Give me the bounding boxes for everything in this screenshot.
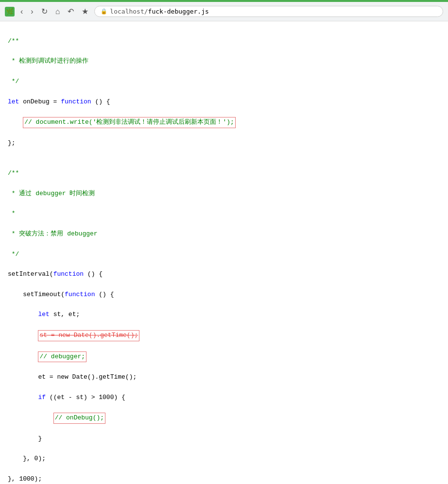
reload-button[interactable]: ↻ bbox=[39, 6, 50, 17]
forward-button[interactable]: › bbox=[29, 6, 35, 17]
lock-icon: 🔒 bbox=[101, 8, 107, 15]
favicon: 🌿 bbox=[5, 7, 15, 17]
history-button[interactable]: ↶ bbox=[66, 6, 76, 17]
bookmark-button[interactable]: ★ bbox=[80, 6, 90, 17]
code-area: /** * 检测到调试时进行的操作 */ let onDebug = funct… bbox=[0, 21, 448, 484]
browser-chrome: 🌿 ‹ › ↻ ⌂ ↶ ★ 🔒 localhost/fuck-debugger.… bbox=[0, 2, 448, 21]
back-button[interactable]: ‹ bbox=[18, 6, 25, 17]
address-bar[interactable]: 🔒 localhost/fuck-debugger.js bbox=[94, 6, 443, 17]
url-display: localhost/fuck-debugger.js bbox=[110, 8, 209, 15]
home-button[interactable]: ⌂ bbox=[53, 6, 62, 17]
